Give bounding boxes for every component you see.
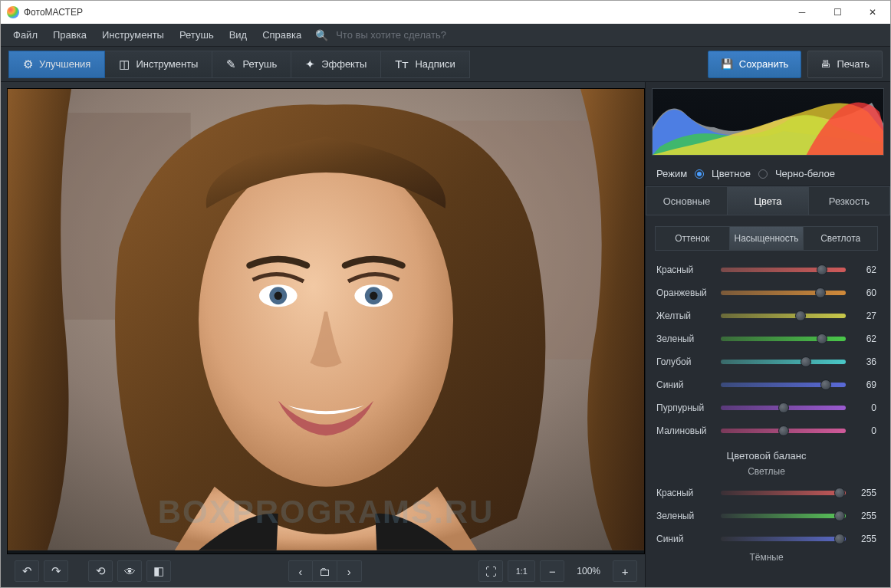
slider-track[interactable] [721,291,846,295]
mode-bw-label[interactable]: Черно-белое [775,168,835,179]
balance-title: Цветовой баланс [646,442,887,465]
slider-track[interactable] [721,337,846,341]
histogram[interactable] [652,88,884,156]
slider-handle[interactable] [834,534,845,544]
slider-track[interactable] [721,360,846,364]
menu-tools[interactable]: Инструменты [96,25,170,44]
slider-row: Желтый27 [646,304,887,327]
radio-color[interactable] [695,169,704,179]
radio-bw[interactable] [758,169,768,179]
tab-effects[interactable]: ✦Эффекты [291,51,381,78]
slider-handle[interactable] [778,425,789,436]
zoom-in-button[interactable]: + [613,560,637,582]
slider-label: Синий [656,379,718,390]
slider-track[interactable] [721,383,846,387]
slider-row: Малиновый0 [646,419,887,442]
slider-track[interactable] [721,268,846,272]
slider-label: Зеленый [656,333,718,344]
svg-point-9 [370,292,377,300]
reset-button[interactable]: ⟲ [88,560,113,582]
tab-label: Ретушь [242,58,277,70]
next-button[interactable]: › [337,560,362,582]
slider-value: 60 [853,287,876,298]
tab-captions[interactable]: TᴛНадписи [381,51,469,78]
slider-label: Синий [656,534,718,544]
slider-handle[interactable] [834,488,845,498]
slider-handle[interactable] [834,511,845,521]
slider-track[interactable] [721,406,846,410]
slider-handle[interactable] [817,264,827,275]
actual-size-button[interactable]: 1:1 [508,560,535,582]
brush-icon: ✎ [226,57,236,71]
print-label: Печать [837,58,870,70]
print-button[interactable]: 🖶Печать [807,51,883,78]
menu-edit[interactable]: Правка [47,25,93,44]
slider-handle[interactable] [795,310,806,321]
tab-label: Улучшения [39,58,90,70]
menu-retouch[interactable]: Ретушь [173,25,220,44]
tab-enhancements[interactable]: ⚙Улучшения [8,51,105,78]
close-button[interactable]: ✕ [855,1,890,24]
menubar: Файл Правка Инструменты Ретушь Вид Справ… [1,24,890,47]
undo-button[interactable]: ↶ [15,560,39,582]
stab-lightness[interactable]: Светлота [804,226,878,251]
slider-value: 255 [853,511,876,521]
save-button[interactable]: 💾Сохранить [708,51,802,78]
canvas[interactable]: BOXPROGRAMS.RU [7,88,645,554]
browse-button[interactable]: 🗀 [313,560,337,582]
redo-button[interactable]: ↷ [44,560,68,582]
save-label: Сохранить [739,58,789,70]
slider-value: 27 [853,310,876,321]
slider-value: 62 [853,264,876,275]
slider-label: Пурпурный [656,402,718,413]
slider-value: 36 [853,356,876,367]
stab-saturation[interactable]: Насыщенность [730,226,804,251]
slider-row: Синий255 [646,527,887,550]
slider-value: 69 [853,379,876,390]
compare-button[interactable]: ◧ [146,560,171,582]
slider-track[interactable] [721,514,846,518]
slider-track[interactable] [721,537,846,541]
panel-scroll[interactable]: Оттенок Насыщенность Светлота Красный62О… [646,215,890,588]
tab-tools[interactable]: ◫Инструменты [105,51,212,78]
slider-handle[interactable] [817,333,827,344]
slider-track[interactable] [721,429,846,433]
svg-point-6 [275,292,282,300]
slider-row: Голубой36 [646,350,887,373]
tab-retouch[interactable]: ✎Ретушь [212,51,291,78]
menu-file[interactable]: Файл [7,25,44,44]
slider-label: Красный [656,488,718,498]
preview-button[interactable]: 👁 [117,560,142,582]
slider-label: Желтый [656,310,718,321]
wand-icon: ✦ [305,57,315,71]
slider-handle[interactable] [801,356,811,367]
prev-button[interactable]: ‹ [288,560,313,582]
slider-label: Голубой [656,356,718,367]
maximize-button[interactable]: ☐ [820,1,855,24]
slider-label: Красный [656,264,718,275]
slider-handle[interactable] [778,402,789,413]
slider-handle[interactable] [820,379,831,390]
menu-view[interactable]: Вид [223,25,254,44]
bottombar: ↶ ↷ ⟲ 👁 ◧ ‹ 🗀 › ⛶ 1:1 − 100% + [7,554,645,588]
slider-handle[interactable] [815,287,826,298]
ptab-sharp[interactable]: Резкость [809,186,890,215]
ptab-colors[interactable]: Цвета [728,186,809,215]
slider-row: Зеленый62 [646,327,887,350]
slider-track[interactable] [721,491,846,495]
slider-row: Зеленый255 [646,504,887,527]
slider-row: Синий69 [646,373,887,396]
menu-help[interactable]: Справка [256,25,307,44]
slider-row: Красный62 [646,258,887,281]
ptab-basic[interactable]: Основные [646,186,728,215]
zoom-out-button[interactable]: − [540,560,564,582]
text-icon: Tᴛ [395,57,409,71]
minimize-button[interactable]: ─ [784,1,820,24]
search-input[interactable]: Что вы хотите сделать? [336,29,446,41]
slider-label: Зеленый [656,511,718,521]
fit-button[interactable]: ⛶ [478,560,503,582]
balance-light-label: Светлые [646,465,887,481]
mode-color-label[interactable]: Цветное [712,168,751,179]
slider-track[interactable] [721,314,846,318]
stab-hue[interactable]: Оттенок [655,226,730,251]
